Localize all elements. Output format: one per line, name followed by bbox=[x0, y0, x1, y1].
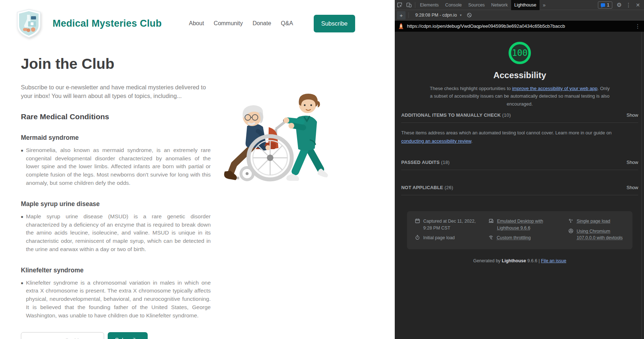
list-item: ■ Maple syrup urine disease (MSUD) is a … bbox=[21, 213, 211, 254]
throttling-icon bbox=[488, 235, 493, 240]
screen: Medical Mysteries Club About Community D… bbox=[0, 0, 644, 339]
bullet-marker: ■ bbox=[21, 213, 26, 254]
page-header: Medical Mysteries Club About Community D… bbox=[0, 0, 395, 39]
tab-sources[interactable]: Sources bbox=[465, 0, 488, 10]
generated-by-text: Generated by bbox=[473, 258, 501, 263]
condition-heading: Mermaid syndrome bbox=[21, 134, 211, 142]
nurse-wheelchair-illustration bbox=[215, 86, 334, 188]
email-field[interactable] bbox=[21, 332, 104, 339]
section-not-applicable: NOT APPLICABLE (26) Show bbox=[401, 180, 638, 195]
section-title-text: NOT APPLICABLE bbox=[401, 185, 443, 190]
meta-throttling: Custom throttling bbox=[488, 235, 565, 241]
nav-about[interactable]: About bbox=[189, 20, 204, 27]
list-item: ■ Sirenomelia, also known as mermaid syn… bbox=[21, 146, 211, 187]
section-passed-audits: PASSED AUDITS (18) Show bbox=[401, 155, 638, 170]
bullet-marker: ■ bbox=[21, 279, 26, 320]
report-url: https://cdpn.io/pen/debug/VwdOaqp/ee0945… bbox=[407, 23, 635, 29]
meta-link[interactable]: Single page load bbox=[577, 218, 610, 225]
devtools-scrollbar[interactable] bbox=[641, 32, 644, 339]
stopwatch-icon bbox=[415, 235, 420, 240]
section-title: PASSED AUDITS (18) bbox=[401, 160, 450, 165]
meta-link[interactable]: Using Chromium 107.0.0.0 with devtools bbox=[577, 228, 625, 242]
show-toggle[interactable]: Show bbox=[626, 160, 638, 165]
tab-console[interactable]: Console bbox=[442, 0, 465, 10]
lighthouse-version: 9.6.6 bbox=[527, 258, 537, 263]
meta-initial-load: Initial page load bbox=[415, 235, 486, 241]
devtools-panel: Elements Console Sources Network Lightho… bbox=[395, 0, 644, 339]
meta-captured: Captured at Dec 11, 2022, 9:28 PM CST bbox=[415, 218, 486, 232]
run-details-box: Captured at Dec 11, 2022, 9:28 PM CST In… bbox=[407, 211, 632, 249]
lighthouse-brand: Lighthouse bbox=[502, 258, 526, 263]
meta-link[interactable]: Custom throttling bbox=[497, 235, 531, 241]
meta-text: Captured at Dec 11, 2022, 9:28 PM CST bbox=[423, 218, 486, 232]
category-title: Accessibility bbox=[401, 70, 638, 80]
medical-mysteries-page: Medical Mysteries Club About Community D… bbox=[0, 0, 395, 339]
condition-description: Klinefelter syndrome is a chromosomal va… bbox=[26, 279, 211, 320]
header-subscribe-button[interactable]: Subscribe bbox=[314, 15, 355, 32]
close-icon[interactable]: ✕ bbox=[633, 0, 643, 10]
note-text: . bbox=[471, 138, 473, 144]
laptop-icon bbox=[488, 218, 494, 223]
intro-text: Subscribe to our e-newsletter and have m… bbox=[21, 83, 211, 101]
meta-text: Initial page load bbox=[423, 235, 455, 241]
site-title: Medical Mysteries Club bbox=[53, 18, 162, 29]
nav-donate[interactable]: Donate bbox=[252, 20, 271, 27]
show-toggle[interactable]: Show bbox=[626, 185, 638, 190]
section-title-text: ADDITIONAL ITEMS TO MANUALLY CHECK bbox=[401, 112, 501, 118]
tab-elements[interactable]: Elements bbox=[417, 0, 442, 10]
issues-counter[interactable]: 1 bbox=[598, 1, 612, 9]
description-text: These checks highlight opportunities to bbox=[430, 86, 512, 91]
clear-reports-icon[interactable] bbox=[466, 12, 473, 19]
list-item: ■ Klinefelter syndrome is a chromosomal … bbox=[21, 279, 211, 320]
divider bbox=[415, 2, 415, 8]
condition-heading: Maple syrup urine disease bbox=[21, 200, 211, 208]
kebab-menu-icon[interactable]: ⋮ bbox=[624, 0, 633, 10]
issues-bubble-icon bbox=[601, 3, 605, 7]
accessibility-score-gauge[interactable]: 100 bbox=[509, 42, 531, 64]
nav-qa[interactable]: Q&A bbox=[281, 20, 293, 27]
url-kebab-menu-icon[interactable]: ⋮ bbox=[635, 23, 640, 30]
gear-icon[interactable]: ⚙ bbox=[614, 0, 624, 10]
form-subscribe-button[interactable]: Subscribe bbox=[108, 332, 148, 339]
main-nav: About Community Donate Q&A Subscribe bbox=[189, 15, 395, 32]
meta-link[interactable]: Emulated Desktop with Lighthouse 9.6.6 bbox=[497, 218, 565, 232]
report-url-bar: https://cdpn.io/pen/debug/VwdOaqp/ee0945… bbox=[395, 21, 644, 32]
nav-community[interactable]: Community bbox=[214, 20, 243, 27]
page-title: Join the Club bbox=[21, 55, 211, 72]
club-logo-shield-icon bbox=[15, 8, 43, 39]
chromium-icon bbox=[568, 228, 573, 233]
tab-network[interactable]: Network bbox=[488, 0, 511, 10]
more-tabs-icon[interactable]: » bbox=[540, 0, 549, 10]
show-toggle[interactable]: Show bbox=[626, 112, 638, 118]
meta-single-load: Single page load bbox=[568, 218, 625, 225]
section-title-text: PASSED AUDITS bbox=[401, 160, 440, 165]
inspect-element-icon[interactable] bbox=[395, 0, 404, 10]
meta-column: Emulated Desktop with Lighthouse 9.6.6 C… bbox=[488, 218, 565, 245]
file-an-issue-link[interactable]: File an issue bbox=[541, 258, 566, 263]
bullet-marker: ■ bbox=[21, 146, 26, 187]
issues-count: 1 bbox=[607, 3, 609, 8]
accessibility-review-link[interactable]: conducting an accessibility review bbox=[401, 138, 471, 144]
tab-lighthouse[interactable]: Lighthouse bbox=[511, 0, 540, 10]
manual-check-note: These items address areas which an autom… bbox=[401, 129, 632, 146]
new-report-button[interactable]: + bbox=[397, 11, 406, 19]
separator: | bbox=[538, 258, 540, 263]
report-footer: Generated by Lighthouse 9.6.6 | File an … bbox=[401, 258, 638, 263]
section-count: (10) bbox=[502, 112, 511, 118]
meta-emulation: Emulated Desktop with Lighthouse 9.6.6 bbox=[488, 218, 565, 232]
devtools-tabbar: Elements Console Sources Network Lightho… bbox=[395, 0, 644, 10]
improve-accessibility-link[interactable]: improve the accessibility of your web ap… bbox=[512, 86, 598, 91]
note-text: These items address areas which an autom… bbox=[401, 130, 612, 135]
score-value: 100 bbox=[512, 48, 527, 58]
section-count: (26) bbox=[444, 185, 453, 190]
section-title: ADDITIONAL ITEMS TO MANUALLY CHECK (10) bbox=[401, 112, 511, 118]
lighthouse-favicon bbox=[398, 23, 404, 29]
device-toolbar-icon[interactable] bbox=[404, 0, 413, 10]
condition-heading: Klinefelter syndrome bbox=[21, 267, 211, 274]
report-selector-label: 9:28:08 PM - cdpn.io bbox=[415, 13, 457, 18]
report-selector[interactable]: 9:28:08 PM - cdpn.io ▼ bbox=[415, 13, 462, 18]
calendar-icon bbox=[415, 218, 420, 223]
meta-column: Captured at Dec 11, 2022, 9:28 PM CST In… bbox=[415, 218, 486, 245]
condition-description: Sirenomelia, also known as mermaid syndr… bbox=[26, 146, 211, 187]
section-manual-check: ADDITIONAL ITEMS TO MANUALLY CHECK (10) … bbox=[401, 108, 638, 123]
